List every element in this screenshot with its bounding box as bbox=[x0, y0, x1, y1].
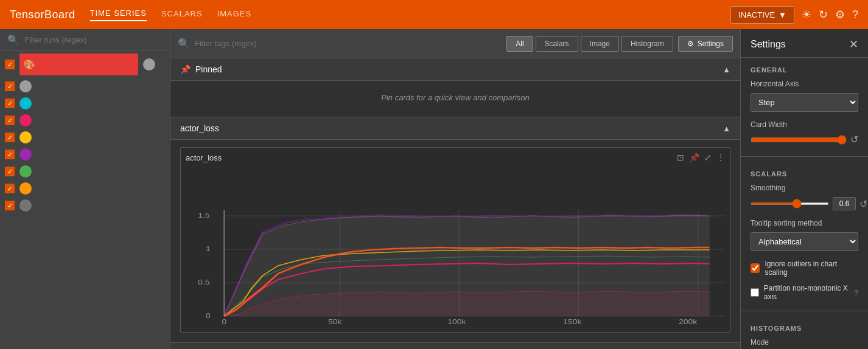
list-item bbox=[0, 146, 170, 163]
settings-icon[interactable]: ⚙ bbox=[835, 8, 845, 21]
run-checkbox-7[interactable] bbox=[5, 184, 15, 193]
brand-logo: TensorBoard bbox=[10, 9, 75, 21]
chart-card-title: actor_loss bbox=[186, 153, 222, 162]
svg-text:0: 0 bbox=[206, 312, 211, 319]
color-dot-3 bbox=[19, 114, 32, 126]
list-item bbox=[0, 129, 170, 146]
run-checkbox-5[interactable] bbox=[5, 150, 15, 159]
partition-help-icon[interactable]: ? bbox=[854, 288, 858, 297]
help-icon[interactable]: ? bbox=[852, 9, 858, 21]
sidebar-runs: 🎨 bbox=[0, 51, 170, 349]
histograms-section-label: HISTOGRAMS bbox=[741, 316, 868, 336]
run-checkbox-0[interactable] bbox=[5, 60, 15, 69]
more-options-icon[interactable]: ⋮ bbox=[716, 153, 725, 162]
color-dot-6 bbox=[19, 165, 32, 178]
inactive-button[interactable]: INACTIVE ▼ bbox=[730, 6, 794, 24]
card-width-reset-icon[interactable]: ↺ bbox=[850, 134, 858, 145]
color-dot-4 bbox=[19, 131, 32, 143]
sidebar: 🔍 🎨 bbox=[0, 29, 170, 349]
run-checkbox-2[interactable] bbox=[5, 98, 15, 108]
filter-buttons: All Scalars Image Histogram bbox=[506, 36, 673, 52]
color-dot-5 bbox=[19, 148, 32, 161]
run-checkbox-1[interactable] bbox=[5, 81, 15, 91]
filter-image-button[interactable]: Image bbox=[581, 36, 619, 52]
run-filter-input[interactable] bbox=[24, 35, 163, 44]
nav-scalars[interactable]: SCALARS bbox=[161, 9, 203, 21]
actor-loss-header: actor_loss ▲ bbox=[170, 117, 740, 140]
partition-nonmonotonic-label: Partition non-monotonic X axis bbox=[764, 284, 849, 301]
actor-loss-chart-container: actor_loss ⊡ 📌 ⤢ ⋮ bbox=[170, 140, 740, 340]
run-bar-0: 🎨 bbox=[19, 54, 138, 75]
settings-divider-2 bbox=[741, 311, 868, 311]
color-dot-0 bbox=[143, 58, 155, 71]
list-item bbox=[0, 180, 170, 197]
filter-scalars-button[interactable]: Scalars bbox=[536, 36, 578, 52]
run-checkbox-4[interactable] bbox=[5, 133, 15, 142]
settings-divider-1 bbox=[741, 156, 868, 157]
expand-chart-icon[interactable]: ⊡ bbox=[677, 153, 684, 162]
tag-filter-input[interactable] bbox=[195, 39, 502, 48]
scroll-area[interactable]: 📌 Pinned ▲ Pin cards for a quick view an… bbox=[170, 58, 740, 349]
app-body: 🔍 🎨 bbox=[0, 29, 868, 349]
actor-loss-title: actor_loss bbox=[180, 123, 219, 133]
svg-text:1: 1 bbox=[206, 245, 211, 252]
partition-nonmonotonic-checkbox[interactable] bbox=[751, 288, 759, 297]
top-nav: TensorBoard TIME SERIES SCALARS IMAGES I… bbox=[0, 0, 868, 29]
smoothing-reset-icon[interactable]: ↺ bbox=[859, 198, 867, 210]
card-width-label: Card Width bbox=[741, 118, 868, 131]
mode-label: Mode bbox=[741, 336, 868, 349]
search-icon: 🔍 bbox=[7, 34, 19, 46]
general-section-label: GENERAL bbox=[741, 58, 868, 77]
settings-close-button[interactable]: ✕ bbox=[849, 38, 858, 51]
svg-text:0: 0 bbox=[222, 318, 226, 325]
color-dot-1 bbox=[19, 80, 32, 92]
filter-all-button[interactable]: All bbox=[506, 36, 533, 52]
brightness-icon[interactable]: ☀ bbox=[802, 8, 811, 21]
nav-images[interactable]: IMAGES bbox=[217, 9, 252, 21]
ignore-outliers-label: Ignore outliers in chart scaling bbox=[765, 260, 858, 277]
list-item bbox=[0, 112, 170, 129]
sidebar-search-bar: 🔍 bbox=[0, 29, 170, 51]
svg-text:100k: 100k bbox=[447, 318, 466, 325]
pinned-section-header: 📌 Pinned ▲ bbox=[170, 58, 740, 81]
run-checkbox-8[interactable] bbox=[5, 201, 15, 210]
pin-placeholder-text: Pin cards for a quick view and compariso… bbox=[170, 81, 740, 114]
list-item bbox=[0, 95, 170, 112]
refresh-icon[interactable]: ↻ bbox=[819, 8, 828, 21]
svg-text:50k: 50k bbox=[328, 318, 342, 325]
smoothing-value-input[interactable]: 0.6 bbox=[833, 197, 856, 210]
filter-histogram-button[interactable]: Histogram bbox=[621, 36, 673, 52]
horizontal-axis-label: Horizontal Axis bbox=[741, 77, 868, 91]
nav-time-series[interactable]: TIME SERIES bbox=[90, 9, 147, 21]
fullscreen-icon[interactable]: ⤢ bbox=[704, 153, 712, 162]
color-dot-2 bbox=[19, 97, 32, 109]
svg-text:150k: 150k bbox=[563, 318, 582, 325]
settings-panel-button[interactable]: ⚙ Settings bbox=[678, 36, 733, 52]
card-width-row: ↺ bbox=[741, 131, 868, 151]
run-checkbox-3[interactable] bbox=[5, 116, 15, 125]
list-item: 🎨 bbox=[0, 51, 170, 78]
ignore-outliers-row: Ignore outliers in chart scaling bbox=[741, 257, 868, 282]
card-width-slider[interactable] bbox=[751, 135, 847, 145]
scalars-section-label: SCALARS bbox=[741, 162, 868, 181]
pinned-chevron-icon[interactable]: ▲ bbox=[723, 65, 730, 74]
smoothing-row: 0.6 ↺ bbox=[741, 195, 868, 216]
tooltip-sort-select[interactable]: Alphabetical Ascending Descending None bbox=[751, 232, 858, 251]
smoothing-label: Smoothing bbox=[741, 181, 868, 195]
palette-icon[interactable]: 🎨 bbox=[23, 59, 35, 71]
filter-search-icon: 🔍 bbox=[178, 38, 190, 49]
actor-loss-chevron-icon[interactable]: ▲ bbox=[723, 124, 730, 133]
run-checkbox-6[interactable] bbox=[5, 167, 15, 176]
color-dot-7 bbox=[19, 182, 32, 195]
tooltip-sort-label: Tooltip sorting method bbox=[741, 216, 868, 230]
chart-card-header: actor_loss ⊡ 📌 ⤢ ⋮ bbox=[186, 153, 725, 162]
partition-nonmonotonic-row: Partition non-monotonic X axis ? bbox=[741, 282, 868, 306]
pin-chart-icon[interactable]: 📌 bbox=[689, 153, 699, 162]
smoothing-slider[interactable] bbox=[751, 202, 829, 205]
horizontal-axis-select[interactable]: Step Relative Wall bbox=[751, 93, 858, 112]
pin-icon: 📌 bbox=[180, 64, 191, 74]
settings-gear-icon: ⚙ bbox=[687, 40, 694, 48]
ignore-outliers-checkbox[interactable] bbox=[751, 263, 760, 273]
critic-loss-header: critic_loss ▲ bbox=[170, 342, 740, 349]
color-dot-8 bbox=[19, 199, 32, 212]
